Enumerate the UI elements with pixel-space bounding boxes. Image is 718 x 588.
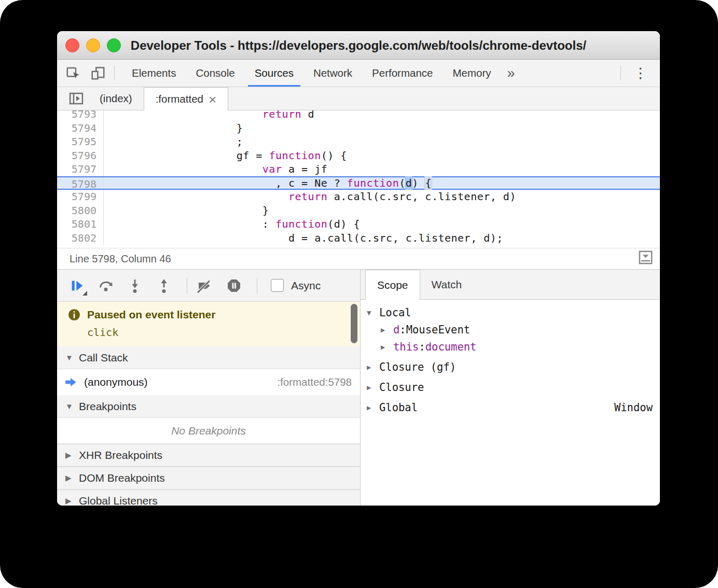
section-xhr-breakpoints[interactable]: ▶XHR Breakpoints — [57, 444, 360, 467]
screenshot-canvas: Developer Tools - https://developers.goo… — [0, 0, 718, 588]
line-number[interactable]: 5796 — [57, 149, 104, 163]
line-number[interactable]: 5794 — [57, 121, 104, 135]
tab-console[interactable]: Console — [186, 60, 244, 87]
paused-event-name: click — [87, 326, 350, 339]
line-number[interactable]: 5797 — [57, 162, 104, 176]
disclosure-triangle-icon: ▶ — [65, 473, 79, 483]
async-checkbox[interactable] — [271, 279, 284, 292]
disclosure-triangle-icon[interactable]: ▶ — [367, 383, 379, 391]
scope-row-3[interactable]: ▶Closure (gf) — [361, 358, 660, 375]
tab-scope[interactable]: Scope — [365, 270, 420, 300]
file-tab-label: :formatted — [156, 93, 203, 105]
disclosure-triangle-icon[interactable]: ▶ — [381, 326, 393, 334]
paused-reason: Paused on event listener — [87, 309, 215, 321]
toolbar-divider — [114, 66, 115, 80]
code-line-5793: 5793 return d — [57, 110, 660, 121]
line-number[interactable]: 5802 — [57, 231, 104, 245]
code-lines: 5793 return d5794 }5795 ;5796 gf = funct… — [57, 110, 660, 245]
scope-row-4[interactable]: ▶Closure — [361, 379, 660, 396]
section-global-listeners[interactable]: ▶Global Listeners — [57, 489, 360, 506]
line-number[interactable]: 5793 — [57, 110, 104, 121]
file-tab-index[interactable]: (index) — [88, 87, 144, 110]
cursor-position: Line 5798, Column 46 — [70, 253, 171, 265]
file-tab-formatted[interactable]: :formatted× — [144, 87, 228, 110]
deactivate-breakpoints-icon[interactable] — [196, 276, 214, 295]
debugger-toolbar-divider-2 — [257, 278, 257, 293]
main-menu-icon[interactable]: ⋮ — [628, 65, 653, 81]
code-line-5801: 5801 : function(d) { — [57, 217, 660, 231]
breakpoints-header[interactable]: ▼ Breakpoints — [57, 395, 360, 418]
disclosure-triangle-icon[interactable]: ▶ — [367, 363, 379, 371]
tab-elements[interactable]: Elements — [122, 60, 186, 87]
main-toolbar: ElementsConsoleSourcesNetworkPerformance… — [57, 60, 660, 87]
code-line-5799: 5799 return a.call(c.src, c.listener, d) — [57, 190, 660, 204]
disclosure-triangle-icon[interactable]: ▼ — [367, 309, 379, 317]
code-line-5798: 5798 , c = Ne ? function(d) { — [57, 176, 660, 190]
window-title: Developer Tools - https://developers.goo… — [57, 31, 660, 59]
call-stack-header[interactable]: ▼ Call Stack — [57, 346, 360, 369]
async-label: Async — [291, 279, 321, 292]
call-stack-title: Call Stack — [79, 352, 128, 364]
devtools-window: Developer Tools - https://developers.goo… — [57, 31, 660, 506]
collapsed-sections: ▶XHR Breakpoints▶DOM Breakpoints▶Global … — [57, 444, 360, 506]
disclosure-triangle-icon: ▼ — [65, 402, 79, 411]
title-bar: Developer Tools - https://developers.goo… — [57, 31, 660, 60]
paused-message: Paused on event listener click — [57, 302, 360, 346]
no-breakpoints-message: No Breakpoints — [57, 418, 360, 444]
section-dom-breakpoints[interactable]: ▶DOM Breakpoints — [57, 467, 360, 489]
line-number[interactable]: 5799 — [57, 190, 104, 204]
info-icon — [67, 308, 81, 321]
toggle-drawer-icon[interactable] — [638, 249, 654, 268]
step-out-icon[interactable] — [155, 276, 173, 295]
frame-location: :formatted:5798 — [277, 376, 352, 388]
tab-watch[interactable]: Watch — [420, 270, 474, 299]
file-tabs: (index):formatted× — [88, 87, 228, 110]
inspect-element-icon[interactable] — [64, 64, 82, 82]
code-line-5796: 5796 gf = function() { — [57, 149, 660, 163]
disclosure-triangle-icon: ▶ — [65, 451, 79, 460]
frame-name: (anonymous) — [84, 376, 148, 388]
line-number[interactable]: 5795 — [57, 135, 104, 149]
scope-panel: ScopeWatch ▼Local▶d: MouseEvent▶this: do… — [361, 270, 660, 506]
step-into-icon[interactable] — [126, 276, 144, 295]
disclosure-triangle-icon: ▼ — [65, 353, 79, 362]
scope-value: Window — [614, 401, 653, 414]
scope-row-1[interactable]: ▶d: MouseEvent — [361, 321, 660, 338]
more-tabs-icon[interactable]: » — [501, 65, 521, 81]
code-line-5794: 5794 } — [57, 121, 660, 135]
line-number[interactable]: 5801 — [57, 217, 104, 231]
tab-network[interactable]: Network — [303, 60, 362, 87]
disclosure-triangle-icon[interactable]: ▶ — [367, 403, 379, 412]
scope-tabstrip: ScopeWatch — [361, 270, 660, 300]
navigator-toggle-icon[interactable] — [64, 87, 88, 110]
file-tab-bar: (index):formatted× — [57, 87, 660, 110]
step-over-icon[interactable] — [96, 276, 115, 295]
pause-on-exceptions-icon[interactable] — [225, 276, 243, 295]
async-control: Async — [271, 279, 321, 292]
scope-tree: ▼Local▶d: MouseEvent▶this: document▶Clos… — [361, 300, 660, 506]
code-line-5795: 5795 ; — [57, 135, 660, 149]
panel-tabs: ElementsConsoleSourcesNetworkPerformance… — [122, 60, 501, 87]
code-line-5802: 5802 d = a.call(c.src, c.listener, d); — [57, 231, 660, 245]
editor-status-bar: Line 5798, Column 46 — [57, 248, 660, 270]
line-number[interactable]: 5800 — [57, 204, 104, 218]
code-line-5800: 5800 } — [57, 204, 660, 218]
disclosure-triangle-icon[interactable]: ▶ — [381, 343, 393, 351]
tab-performance[interactable]: Performance — [362, 60, 443, 87]
toolbar-divider-right — [620, 66, 621, 80]
tab-memory[interactable]: Memory — [443, 60, 501, 87]
scope-row-5[interactable]: ▶GlobalWindow — [361, 399, 660, 416]
resume-script-icon[interactable] — [67, 276, 86, 295]
line-number[interactable]: 5798 — [57, 177, 104, 189]
scope-row-2[interactable]: ▶this: document — [361, 338, 660, 355]
breakpoints-title: Breakpoints — [79, 400, 136, 413]
code-editor[interactable]: 5793 return d5794 }5795 ;5796 gf = funct… — [57, 110, 660, 248]
debugger-toolbar: Async — [57, 270, 360, 302]
scope-row-0[interactable]: ▼Local — [361, 304, 660, 321]
close-icon[interactable]: × — [209, 93, 216, 106]
resume-dropdown-icon — [82, 291, 87, 296]
scrollbar-thumb[interactable] — [351, 304, 357, 343]
device-toolbar-icon[interactable] — [89, 64, 107, 82]
tab-sources[interactable]: Sources — [245, 60, 303, 87]
stack-frame[interactable]: (anonymous):formatted:5798 — [57, 369, 360, 395]
